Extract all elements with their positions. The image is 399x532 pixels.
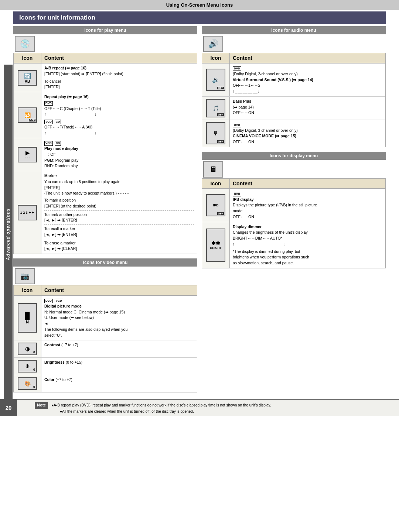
video-th-icon: Icon — [14, 285, 41, 295]
audio-th-content: Content — [230, 53, 385, 63]
main-title: Icons for unit information — [13, 11, 386, 24]
dashed-line1 — [44, 210, 194, 211]
audio-content-vss: DVD (Dolby Digital, 2-channel or over on… — [230, 64, 385, 96]
top-bar-text: Using On-Screen Menu Icons — [166, 2, 233, 8]
display-menu-icon: 🖥 — [203, 161, 223, 178]
display-row-ipb: IPB OFF DVD IPB display Displays the pic… — [202, 189, 385, 222]
top-bar: Using On-Screen Menu Icons — [0, 0, 399, 10]
display-row-dimmer: ✱✱ BRIGHT Display dimmer Changes the bri… — [202, 222, 385, 268]
play-row-marker: 1 2 3 ✦✦ Marker You can mark up to 5 pos… — [14, 171, 197, 254]
audio-content-bass: Bass Plus (➡ page 14) OFF←→ON — [230, 97, 385, 120]
display-content-ipb: DVD IPB display Displays the picture typ… — [230, 189, 385, 222]
display-th-icon: Icon — [202, 179, 230, 188]
display-icon-dimmer: ✱✱ BRIGHT — [202, 222, 230, 268]
video-row-digital: ▐▌ N DVD VCD Digital picture mode N: Nor… — [14, 296, 197, 340]
video-th-content: Content — [41, 285, 197, 295]
play-row-ab: 🔄 AB A-B repeat (➡ page 16) [ENTER] (sta… — [14, 64, 197, 92]
display-th-content: Content — [230, 179, 385, 188]
page-wrapper: Using On-Screen Menu Icons Advanced oper… — [0, 0, 399, 416]
advanced-ops-sidebar: Advanced operations — [4, 65, 13, 404]
display-content-dimmer: Display dimmer Changes the brightness of… — [230, 222, 385, 268]
advanced-ops-label: Advanced operations — [6, 208, 11, 260]
video-content-contrast: Contrast (−7 to +7) — [41, 340, 197, 357]
video-row-contrast: ◑ 0 Contrast (−7 to +7) — [14, 340, 197, 358]
play-th-content: Content — [41, 53, 197, 63]
audio-icon-cinema: 🎙 OFF — [202, 120, 230, 147]
play-icon-display: 💿 — [13, 34, 197, 53]
play-content-ab: A-B repeat (➡ page 16) [ENTER] (start po… — [41, 64, 197, 92]
display-table: Icon Content IPB OFF DVD — [202, 178, 386, 268]
play-icon-marker: 1 2 3 ✦✦ — [14, 171, 41, 254]
display-table-header: Icon Content — [202, 179, 385, 189]
video-table: Icon Content ▐▌ N DVD VCD — [13, 285, 197, 392]
audio-row-vss: 🔉 OFF DVD (Dolby Digital, 2-channel or o… — [202, 64, 385, 97]
audio-section: Icons for audio menu 🔊 Icon Content — [202, 26, 386, 147]
display-section-header: Icons for display menu — [202, 152, 386, 160]
video-icon-digital: ▐▌ N — [14, 296, 41, 340]
dashed-line3 — [44, 239, 194, 239]
play-icon-repeat: 🔁 OFF — [14, 92, 41, 138]
video-row-color: 🎨 0 Color (−7 to +7) — [14, 375, 197, 392]
video-icon-display: 📷 — [13, 267, 197, 285]
display-section: Icons for display menu 🖥 Icon Content — [202, 152, 386, 268]
video-section: Icons for video menu 📷 Icon Content — [13, 258, 197, 392]
note-line1: ●A-B repeat play (DVD), repeat play and … — [51, 403, 271, 407]
video-section-header: Icons for video menu — [13, 258, 197, 267]
video-icon-brightness: ☀ 0 — [14, 358, 41, 375]
audio-table-header: Icon Content — [202, 53, 385, 64]
video-row-brightness: ☀ 0 Brightness (0 to +15) — [14, 358, 197, 375]
play-table: Icon Content 🔄 AB A-B repeat (➡ page 1 — [13, 53, 197, 254]
audio-icon-bass: 🎵 OFF — [202, 97, 230, 120]
play-icon-mode: ▶ - - - — [14, 138, 41, 171]
display-icon-ipb: IPB OFF — [202, 189, 230, 222]
audio-row-bass: 🎵 OFF Bass Plus (➡ page 14) OFF←→ON — [202, 97, 385, 120]
bottom-bar: 20 Note ●A-B repeat play (DVD), repeat p… — [0, 399, 399, 416]
video-table-header: Icon Content — [14, 285, 197, 296]
video-content-brightness: Brightness (0 to +15) — [41, 358, 197, 375]
video-content-color: Color (−7 to +7) — [41, 375, 197, 392]
audio-th-icon: Icon — [202, 53, 230, 63]
play-section: Icons for play menu 💿 Icon Content — [13, 26, 197, 254]
audio-table: Icon Content 🔉 OFF DVD ( — [202, 53, 386, 147]
audio-icon-vss: 🔉 OFF — [202, 64, 230, 96]
audio-row-cinema: 🎙 OFF DVD (Dolby Digital, 3-channel or o… — [202, 120, 385, 147]
play-section-header: Icons for play menu — [13, 26, 197, 34]
note-label: Note — [35, 402, 48, 409]
dashed-line2 — [44, 224, 194, 225]
audio-icon-display: 🔊 — [202, 34, 386, 53]
video-icon-contrast: ◑ 0 — [14, 340, 41, 357]
play-row-mode: ▶ - - - VCD CD Play mode display ---: Of… — [14, 138, 197, 171]
audio-menu-icon: 🔊 — [203, 36, 223, 52]
right-column: Icons for audio menu 🔊 Icon Content — [202, 26, 386, 397]
video-menu-icon: 📷 — [15, 268, 35, 284]
play-row-repeat: 🔁 OFF Repeat play (➡ page 16) DVD OFF←→C… — [14, 92, 197, 138]
note-section: Note ●A-B repeat play (DVD), repeat play… — [17, 399, 399, 416]
play-table-header: Icon Content — [14, 53, 197, 64]
note-line2: ●All the markers are cleared when the un… — [60, 409, 194, 413]
video-icon-color: 🎨 0 — [14, 375, 41, 392]
display-icon-display: 🖥 — [202, 160, 386, 178]
play-th-icon: Icon — [14, 53, 41, 63]
audio-content-cinema: DVD (Dolby Digital, 3-channel or over on… — [230, 120, 385, 147]
left-column: Icons for play menu 💿 Icon Content — [13, 26, 197, 397]
video-content-digital: DVD VCD Digital picture mode N: Normal m… — [41, 296, 197, 340]
play-menu-icon: 💿 — [15, 36, 35, 52]
play-icon-ab: 🔄 AB — [14, 64, 41, 92]
audio-section-header: Icons for audio menu — [202, 26, 386, 34]
play-content-marker: Marker You can mark up to 5 positions to… — [41, 171, 197, 254]
play-content-repeat: Repeat play (➡ page 16) DVD OFF←→C (Chap… — [41, 92, 197, 138]
play-content-mode: VCD CD Play mode display ---: Off PGM: P… — [41, 138, 197, 171]
